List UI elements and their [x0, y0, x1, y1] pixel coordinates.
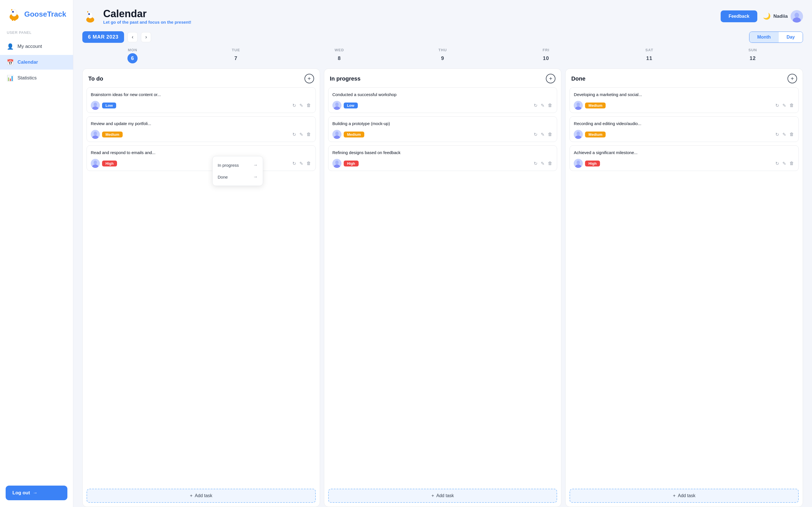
add-task-inprogress-button[interactable]: + Add task — [328, 489, 557, 503]
day-header-sat: SAT 11 — [599, 48, 700, 66]
sidebar-item-statistics[interactable]: 📊 Statistics — [0, 71, 73, 86]
logout-label: Log out — [12, 490, 30, 496]
sidebar-item-my-account[interactable]: 👤 My account — [0, 39, 73, 54]
task-move-button-5[interactable]: ↻ — [533, 131, 538, 138]
task-delete-button-6[interactable]: 🗑 — [547, 160, 553, 166]
add-task-done-button[interactable]: + Add task — [569, 489, 799, 503]
svg-point-7 — [88, 13, 90, 15]
task-avatar-5 — [333, 130, 342, 139]
task-footer-4: Low ↻ ✎ 🗑 — [333, 101, 553, 110]
svg-point-18 — [94, 161, 97, 165]
dropdown-done[interactable]: Done → — [213, 171, 263, 183]
dropdown-in-progress-label: In progress — [218, 163, 239, 168]
header-mascot-icon — [82, 8, 98, 24]
statistics-icon: 📊 — [7, 75, 13, 81]
day-name-tue: TUE — [186, 48, 287, 52]
add-done-button[interactable]: + — [788, 74, 797, 83]
day-num-7: 7 — [231, 53, 241, 63]
day-name-sat: SAT — [599, 48, 700, 52]
task-move-dropdown: In progress → Done → — [212, 156, 263, 186]
page-subtitle: Let go of the past and focus on the pres… — [103, 20, 192, 24]
add-task-todo-label: Add task — [195, 493, 212, 498]
feedback-button[interactable]: Feedback — [721, 10, 757, 22]
task-left-9: High — [574, 159, 600, 168]
user-panel-label: User Panel — [0, 31, 73, 39]
theme-toggle-icon[interactable]: 🌙 — [763, 13, 770, 20]
task-left-3: High — [91, 159, 117, 168]
task-delete-button-2[interactable]: 🗑 — [306, 131, 312, 137]
task-edit-button-8[interactable]: ✎ — [782, 131, 786, 138]
task-avatar-8 — [574, 130, 583, 139]
task-priority-9: High — [585, 161, 600, 166]
task-delete-button-3[interactable]: 🗑 — [306, 160, 312, 166]
svg-point-6 — [88, 12, 93, 18]
add-inprogress-button[interactable]: + — [546, 74, 555, 83]
main-content: Calendar Let go of the past and focus on… — [73, 0, 812, 507]
prev-arrow-button[interactable]: ‹ — [128, 32, 138, 42]
task-priority-6: High — [344, 161, 359, 166]
task-move-button-6[interactable]: ↻ — [533, 160, 538, 167]
add-task-todo-button[interactable]: + Add task — [87, 489, 316, 503]
task-edit-button-5[interactable]: ✎ — [540, 131, 545, 138]
task-left-7: Medium — [574, 101, 606, 110]
task-delete-button-4[interactable]: 🗑 — [547, 102, 553, 108]
task-delete-button-7[interactable]: 🗑 — [789, 102, 795, 108]
task-avatar-9 — [574, 159, 583, 168]
task-edit-button-6[interactable]: ✎ — [540, 160, 545, 167]
add-task-inprogress-label: Add task — [437, 493, 454, 498]
task-move-button-3[interactable]: ↻ — [292, 160, 297, 167]
task-delete-button-8[interactable]: 🗑 — [789, 131, 795, 137]
task-delete-button-9[interactable]: 🗑 — [789, 160, 795, 166]
user-avatar[interactable] — [791, 10, 803, 22]
dropdown-in-progress[interactable]: In progress → — [213, 159, 263, 171]
logo-text: GooseTrack — [24, 10, 66, 18]
task-move-button-7[interactable]: ↻ — [775, 102, 779, 109]
task-footer-2: Medium ↻ ✎ 🗑 — [91, 130, 312, 139]
next-arrow-button[interactable]: › — [141, 32, 151, 42]
task-priority-8: Medium — [585, 131, 606, 137]
task-move-button-4[interactable]: ↻ — [533, 102, 538, 109]
day-header-mon: MON 6 — [82, 48, 183, 66]
day-headers: MON 6 TUE 7 WED 8 THU 9 FRI 10 SAT 11 SU… — [82, 48, 803, 66]
svg-rect-4 — [14, 19, 15, 21]
page-header: Calendar Let go of the past and focus on… — [82, 8, 803, 24]
add-todo-button[interactable]: + — [305, 74, 314, 83]
task-move-button-2[interactable]: ↻ — [292, 131, 297, 138]
day-name-wed: WED — [289, 48, 390, 52]
sidebar-nav: 👤 My account 📅 Calendar 📊 Statistics — [0, 39, 73, 479]
logout-button[interactable]: Log out → — [6, 486, 67, 500]
user-info: 🌙 Nadiia — [763, 10, 803, 22]
month-view-button[interactable]: Month — [749, 32, 779, 43]
svg-point-33 — [576, 131, 580, 135]
task-move-button-1[interactable]: ↻ — [292, 102, 297, 109]
task-delete-button-1[interactable]: 🗑 — [306, 102, 312, 108]
task-edit-button-7[interactable]: ✎ — [782, 102, 786, 109]
task-delete-button-5[interactable]: 🗑 — [547, 131, 553, 137]
todo-cards: Brainstorm ideas for new content or... L… — [83, 87, 320, 489]
task-move-button-8[interactable]: ↻ — [775, 131, 779, 138]
sidebar-item-calendar[interactable]: 📅 Calendar — [0, 55, 73, 69]
task-edit-button-1[interactable]: ✎ — [299, 102, 304, 109]
task-edit-button-9[interactable]: ✎ — [782, 160, 786, 167]
task-left-1: Low — [91, 101, 116, 110]
task-card-6: Refining designs based on feedback High … — [328, 145, 557, 171]
day-name-thu: THU — [393, 48, 493, 52]
svg-point-1 — [11, 10, 17, 16]
column-inprogress-header: In progress + — [324, 69, 561, 87]
day-view-button[interactable]: Day — [779, 32, 803, 43]
calendar-nav: 6 MAR 2023 ‹ › Month Day — [82, 31, 803, 43]
task-edit-button-3[interactable]: ✎ — [299, 160, 304, 167]
day-num-9: 9 — [438, 53, 448, 63]
svg-point-12 — [94, 103, 97, 107]
task-move-button-9[interactable]: ↻ — [775, 160, 779, 167]
inprogress-cards: Conducted a successful workshop Low ↻ ✎ … — [324, 87, 561, 489]
task-priority-4: Low — [344, 103, 358, 108]
task-footer-5: Medium ↻ ✎ 🗑 — [333, 130, 553, 139]
task-edit-button-4[interactable]: ✎ — [540, 102, 545, 109]
task-card-7: Developing a marketing and social... Med… — [569, 87, 799, 113]
column-done-title: Done — [571, 75, 585, 82]
task-edit-button-2[interactable]: ✎ — [299, 131, 304, 138]
task-title-4: Conducted a successful workshop — [333, 92, 553, 98]
dropdown-done-arrow: → — [253, 174, 258, 179]
add-task-done-label: Add task — [678, 493, 695, 498]
